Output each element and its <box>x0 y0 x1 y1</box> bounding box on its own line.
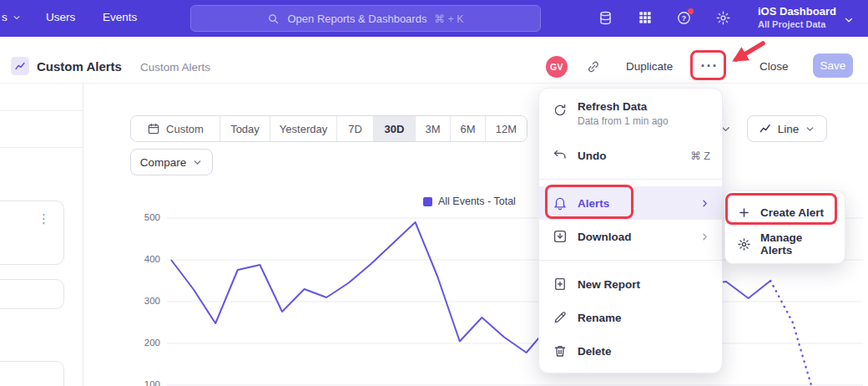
nav-item-users[interactable]: Users <box>46 11 75 23</box>
link-icon <box>586 59 601 74</box>
menu-item-rename[interactable]: Rename <box>539 301 722 334</box>
project-subtitle: All Project Data <box>758 19 836 29</box>
gear-icon <box>715 10 731 26</box>
chart-type-label: Line <box>778 123 800 135</box>
menu-divider <box>539 179 722 180</box>
database-icon <box>598 10 613 26</box>
submenu-item-manage-alerts[interactable]: Manage Alerts <box>725 228 845 260</box>
app-window: 500 400 300 200 100 All Events - Total ⋮… <box>0 0 868 386</box>
gear-icon <box>737 237 751 251</box>
legend-swatch <box>423 197 432 206</box>
range-7d[interactable]: 7D <box>336 116 373 141</box>
search-icon <box>267 13 280 25</box>
chevron-down-icon <box>805 124 815 135</box>
compare-button[interactable]: Compare <box>130 149 213 175</box>
nav-item-events[interactable]: Events <box>103 11 137 23</box>
refresh-data-subtext: Data from 1 min ago <box>578 115 669 127</box>
chevron-down-icon <box>843 14 855 26</box>
chevron-down-icon <box>192 157 203 168</box>
kebab-menu-icon[interactable]: ⋮ <box>38 211 50 226</box>
new-report-icon <box>553 277 568 292</box>
nav-item-boards[interactable]: s <box>2 11 22 23</box>
menu-item-alerts[interactable]: Alerts <box>539 186 722 220</box>
alerts-submenu: Create Alert Manage Alerts <box>724 190 845 264</box>
y-axis-tick: 500 <box>129 212 160 222</box>
custom-date-button[interactable]: Custom <box>131 116 220 141</box>
menu-item-label: New Report <box>578 278 640 291</box>
date-range-control: Custom Today Yesterday 7D 30D 3M 6M 12M <box>130 115 527 142</box>
global-search-input[interactable]: Open Reports & Dashboards ⌘ + K <box>190 5 541 32</box>
menu-item-undo[interactable]: Undo ⌘ Z <box>539 139 722 172</box>
submenu-item-label: Manage Alerts <box>760 231 833 256</box>
calendar-icon <box>147 122 160 135</box>
sidebar-card[interactable]: ⋮ <box>0 201 64 265</box>
submenu-item-label: Create Alert <box>760 206 824 219</box>
custom-date-label: Custom <box>166 123 204 135</box>
sidebar-card[interactable] <box>0 361 64 386</box>
range-3m[interactable]: 3M <box>415 116 450 141</box>
trash-icon <box>553 343 568 358</box>
top-nav: s Users Events Open Reports & Dashboards… <box>0 0 868 37</box>
range-30d[interactable]: 30D <box>373 116 415 141</box>
menu-item-new-report[interactable]: New Report <box>539 267 722 301</box>
notification-dot <box>688 8 694 14</box>
report-options-menu: Refresh Data Data from 1 min ago Undo ⌘ … <box>538 88 723 373</box>
search-placeholder: Open Reports & Dashboards <box>287 13 426 25</box>
menu-item-label: Refresh Data <box>578 100 669 113</box>
save-button[interactable]: Save <box>813 53 853 78</box>
plus-icon <box>737 206 751 220</box>
avatar[interactable]: GV <box>546 56 568 78</box>
search-shortcut: ⌘ + K <box>434 13 463 25</box>
legend-label: All Events - Total <box>438 196 516 207</box>
sidebar-divider <box>0 147 83 148</box>
settings-button[interactable] <box>715 10 731 28</box>
menu-item-label: Rename <box>578 312 622 324</box>
left-sidebar: ⋮ <box>0 84 83 386</box>
menu-item-delete[interactable]: Delete <box>539 334 722 368</box>
y-axis-tick: 300 <box>129 296 160 306</box>
pencil-icon <box>553 310 568 325</box>
sidebar-divider <box>0 110 83 111</box>
duplicate-button[interactable]: Duplicate <box>626 60 673 73</box>
menu-item-download[interactable]: Download <box>539 220 722 253</box>
report-board-icon <box>11 57 29 75</box>
download-icon <box>553 229 568 244</box>
chart-type-selector[interactable]: Line <box>747 115 827 142</box>
line-chart-icon <box>14 60 26 72</box>
range-today[interactable]: Today <box>220 116 270 141</box>
breadcrumb[interactable]: Custom Alerts <box>140 61 210 74</box>
menu-divider <box>539 260 722 261</box>
submenu-item-create-alert[interactable]: Create Alert <box>725 196 845 228</box>
menu-item-refresh-data[interactable]: Refresh Data Data from 1 min ago <box>539 95 722 139</box>
menu-item-label: Alerts <box>578 197 609 210</box>
range-yesterday[interactable]: Yesterday <box>270 116 336 141</box>
help-button[interactable]: ? <box>676 10 692 28</box>
line-chart-icon <box>759 122 772 135</box>
apps-grid-icon <box>638 10 653 25</box>
nav-item-label: Events <box>103 11 137 23</box>
chart-legend[interactable]: All Events - Total <box>423 196 516 207</box>
menu-item-label: Download <box>578 231 632 243</box>
range-6m[interactable]: 6M <box>450 116 485 141</box>
sidebar-card[interactable] <box>0 279 64 309</box>
page-title: Custom Alerts <box>37 59 122 74</box>
nav-item-label: Users <box>46 11 75 23</box>
y-axis-tick: 400 <box>129 254 160 264</box>
menu-item-label: Delete <box>578 345 612 358</box>
nav-item-label: s <box>2 11 8 23</box>
range-12m[interactable]: 12M <box>485 116 527 141</box>
project-title: iOS Dashboard <box>758 5 836 18</box>
bell-icon <box>553 196 568 211</box>
more-options-button[interactable]: ··· <box>696 55 723 77</box>
report-header: Custom Alerts Custom Alerts GV Duplicate… <box>0 37 868 84</box>
data-management-button[interactable] <box>598 10 613 28</box>
close-button[interactable]: Close <box>760 60 789 73</box>
menu-item-label: Undo <box>578 150 607 162</box>
svg-text:?: ? <box>682 14 686 23</box>
copy-link-button[interactable] <box>586 59 601 77</box>
compare-label: Compare <box>140 156 187 169</box>
project-switcher[interactable]: iOS Dashboard All Project Data <box>758 5 836 29</box>
refresh-icon <box>553 103 568 118</box>
apps-button[interactable] <box>638 10 653 28</box>
chevron-right-icon <box>699 231 710 242</box>
